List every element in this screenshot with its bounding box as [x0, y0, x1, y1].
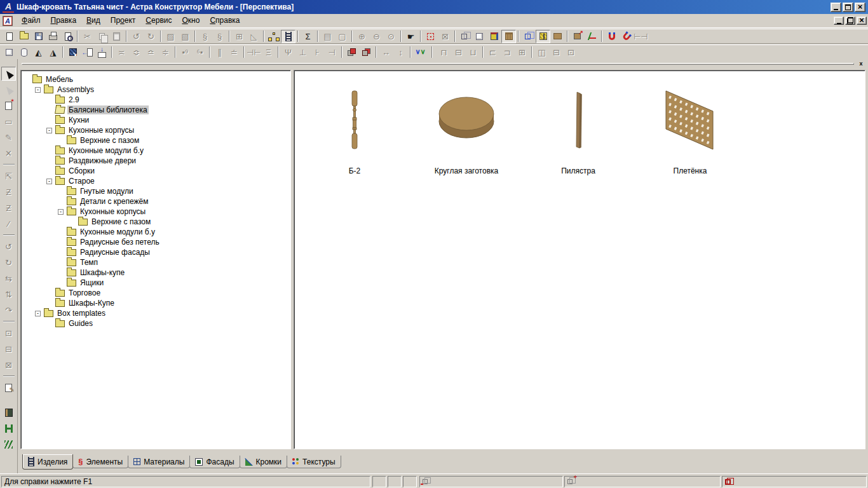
- tree-item[interactable]: Ящики: [24, 278, 290, 288]
- row-add-top-icon[interactable]: ⊓: [437, 46, 451, 59]
- zoom-all-icon[interactable]: ⊙: [384, 30, 398, 43]
- join-panels-3-icon[interactable]: ≏: [144, 46, 158, 59]
- rotate-cw-icon[interactable]: ↻: [1, 255, 16, 269]
- order-blocks-down-icon[interactable]: ⁶▪: [193, 46, 207, 59]
- stretch-width-icon[interactable]: ↔: [379, 46, 393, 59]
- row-add-middle-icon[interactable]: ⊟: [451, 46, 466, 59]
- clamp-right-icon[interactable]: ⊣: [325, 46, 339, 59]
- snap-objects-icon[interactable]: [604, 30, 619, 43]
- view-shaded-icon[interactable]: [487, 30, 501, 43]
- edge-banding-icon[interactable]: [413, 46, 428, 59]
- redo-icon[interactable]: ↻: [144, 30, 158, 43]
- tab-facades[interactable]: Фасады: [189, 456, 240, 468]
- center-view-icon[interactable]: [423, 30, 438, 43]
- menu-edit[interactable]: Правка: [46, 15, 82, 27]
- tree-item[interactable]: Раздвижные двери: [24, 156, 290, 166]
- flip-horizontal-icon[interactable]: ⇆: [1, 271, 16, 285]
- tree-item[interactable]: -Box templates: [24, 308, 290, 318]
- replace-panel-icon[interactable]: [344, 46, 359, 59]
- print-preview-icon[interactable]: [60, 30, 75, 43]
- cell-split-horizontal-icon[interactable]: ⊟: [549, 46, 564, 59]
- edit-profile-front-icon[interactable]: Ƶ: [1, 185, 16, 199]
- preview-item[interactable]: Плетёнка: [634, 90, 746, 175]
- clamps-tool-icon[interactable]: [1, 421, 16, 435]
- zoom-window-icon[interactable]: ⊕: [355, 30, 369, 43]
- cell-setup-icon[interactable]: ⊡: [564, 46, 578, 59]
- add-rectangle-icon[interactable]: ▭: [1, 114, 16, 128]
- tree-item[interactable]: Сборки: [24, 166, 290, 176]
- mdi-minimize-button[interactable]: [834, 17, 844, 25]
- insert-screw-icon[interactable]: §: [198, 30, 212, 43]
- menu-service[interactable]: Сервис: [140, 15, 177, 27]
- close-button[interactable]: [855, 3, 865, 12]
- flip-vertical-icon[interactable]: ⇅: [1, 287, 16, 301]
- row-add-bottom-icon[interactable]: ⊔: [466, 46, 480, 59]
- select-by-material-icon[interactable]: [65, 46, 80, 59]
- add-panel-icon[interactable]: [1, 98, 16, 112]
- view-textured-icon[interactable]: [501, 30, 516, 43]
- edit-screw-icon[interactable]: §: [212, 30, 227, 43]
- mdi-restore-button[interactable]: [845, 17, 855, 25]
- primitive-box-icon[interactable]: [2, 46, 17, 59]
- tree-item[interactable]: Детали с крепежём: [24, 196, 290, 207]
- view-wireframe-icon[interactable]: [458, 30, 472, 43]
- preview-item[interactable]: Пилястра: [522, 90, 634, 175]
- properties-icon[interactable]: [1, 381, 16, 395]
- menu-window[interactable]: Окно: [177, 15, 205, 27]
- clear-texture-icon[interactable]: ▧: [178, 30, 193, 43]
- undo-icon[interactable]: ↺: [129, 30, 144, 43]
- tab-edges[interactable]: Кромки: [240, 456, 288, 468]
- primitive-cylinder-icon[interactable]: [17, 46, 31, 59]
- tree-item[interactable]: -Кухонные корпусы: [24, 207, 290, 217]
- show-opaque-icon[interactable]: [550, 30, 565, 43]
- tree-item[interactable]: Кухонные модули б.у: [24, 146, 290, 156]
- fittings-editor-icon[interactable]: [1, 405, 16, 419]
- eraser-icon[interactable]: ✎: [1, 130, 16, 144]
- rotate-free-icon[interactable]: ↷: [1, 303, 16, 317]
- align-horizontal-icon[interactable]: ∥: [212, 46, 227, 59]
- tree-item[interactable]: -Старое: [24, 176, 290, 186]
- tree-item[interactable]: -Кухонные корпусы: [24, 125, 290, 135]
- delete-object-icon[interactable]: ✕: [1, 146, 16, 160]
- primitive-pyramid-icon[interactable]: ◮: [46, 46, 60, 59]
- group-objects-icon[interactable]: ⊡: [1, 326, 16, 340]
- col-add-left-icon[interactable]: ⊏: [485, 46, 500, 59]
- show-axes-icon[interactable]: [585, 30, 599, 43]
- tab-materials[interactable]: Материалы: [128, 456, 190, 468]
- toolbar-grip[interactable]: [22, 63, 854, 65]
- join-panels-4-icon[interactable]: ≑: [158, 46, 173, 59]
- app-icon[interactable]: A: [3, 1, 14, 13]
- view-hidden-lines-icon[interactable]: [472, 30, 487, 43]
- tree-item[interactable]: Радиусные фасады: [24, 247, 290, 257]
- menu-file[interactable]: Файл: [17, 15, 46, 27]
- tree-expander-icon[interactable]: -: [58, 209, 64, 215]
- move-object-icon[interactable]: ⇱: [1, 169, 16, 183]
- cut-icon[interactable]: ✂: [80, 30, 95, 43]
- tree-item[interactable]: Шкафы-купе: [24, 268, 290, 278]
- join-panels-2-icon[interactable]: ≎: [129, 46, 144, 59]
- rotate-ccw-icon[interactable]: ↺: [1, 240, 16, 254]
- preview-item[interactable]: Б-2: [299, 90, 410, 175]
- tree-expander-icon[interactable]: -: [46, 179, 52, 184]
- cut-by-line-icon[interactable]: ∕: [1, 217, 16, 231]
- print-icon[interactable]: [46, 30, 60, 43]
- minimize-button[interactable]: [831, 3, 841, 12]
- panel-close-button[interactable]: x: [857, 60, 865, 67]
- report-blank-icon[interactable]: ▤: [320, 30, 335, 43]
- show-fittings-icon[interactable]: [536, 30, 550, 43]
- slats-tool-icon[interactable]: [1, 437, 16, 451]
- select-tool-icon[interactable]: [1, 67, 16, 81]
- tree-expander-icon[interactable]: -: [46, 128, 52, 133]
- dim-width-icon[interactable]: ⊣⊢: [247, 46, 261, 59]
- insert-facade-top-icon[interactable]: [95, 46, 109, 59]
- view-edges-icon[interactable]: [521, 30, 536, 43]
- fill-texture-icon[interactable]: ▨: [163, 30, 178, 43]
- menu-help[interactable]: Справка: [205, 15, 245, 27]
- tree-item[interactable]: Guides: [24, 318, 290, 329]
- tree-item[interactable]: -Assemblys: [24, 85, 290, 95]
- restore-button[interactable]: [843, 3, 853, 12]
- chamfer-icon[interactable]: ◺: [247, 30, 261, 43]
- texture-scale-icon[interactable]: [570, 30, 585, 43]
- tree-item[interactable]: 2.9: [24, 95, 290, 105]
- tree-expander-icon[interactable]: -: [35, 311, 41, 316]
